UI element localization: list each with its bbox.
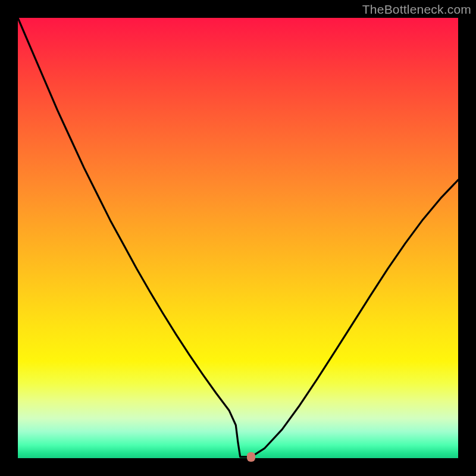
chart-line [18, 18, 458, 458]
watermark-text: TheBottleneck.com [362, 2, 471, 17]
chart-frame: TheBottleneck.com [0, 0, 476, 476]
chart-plot-area [18, 18, 458, 458]
chart-marker [247, 452, 255, 462]
